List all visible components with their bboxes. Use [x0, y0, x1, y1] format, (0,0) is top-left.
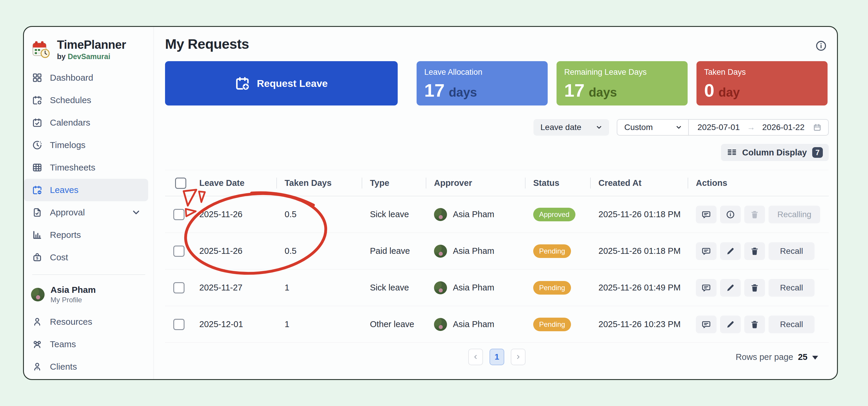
recall-button[interactable]: Recall	[769, 279, 814, 297]
trash-icon	[750, 246, 760, 256]
select-all-checkbox[interactable]	[175, 178, 186, 189]
row-checkbox[interactable]	[173, 319, 185, 330]
col-header-type[interactable]: Type	[362, 170, 426, 196]
stat-label: Leave Allocation	[424, 68, 540, 77]
sidebar: TimePlanner by DevSamurai Dashboard	[24, 27, 154, 379]
taken-days-cell: 0.5	[276, 209, 362, 219]
filter-field-select[interactable]: Leave date	[533, 119, 609, 136]
stat-card-leave-allocation: Leave Allocation 17 days	[416, 61, 548, 106]
approver-avatar	[434, 281, 447, 294]
taken-days-cell: 1	[276, 319, 362, 329]
filter-field-value: Leave date	[540, 123, 582, 132]
status-badge: Pending	[533, 244, 571, 258]
caret-down-icon	[812, 356, 818, 359]
edit-button[interactable]	[720, 242, 741, 260]
column-display-button[interactable]: Column Display 7	[721, 144, 829, 161]
chevron-down-icon	[675, 124, 682, 131]
sidebar-item-timelogs[interactable]: Timelogs	[24, 134, 148, 156]
sidebar-item-schedules[interactable]: Schedules	[24, 89, 148, 111]
column-count-badge: 7	[812, 147, 823, 158]
sidebar-item-teams[interactable]: Teams	[24, 333, 148, 355]
col-header-approver[interactable]: Approver	[426, 170, 525, 196]
col-header-taken-days[interactable]: Taken Days	[276, 170, 362, 196]
stat-value: 17	[564, 80, 585, 101]
pencil-icon	[726, 320, 735, 329]
sidebar-item-label: Approval	[50, 207, 85, 218]
sidebar-item-reports[interactable]: Reports	[24, 224, 148, 246]
sidebar-secondary-menu: Resources Teams Clients	[24, 311, 154, 378]
range-mode-value: Custom	[624, 123, 653, 132]
sidebar-item-timesheets[interactable]: Timesheets	[24, 156, 148, 179]
profile-card[interactable]: Asia Pham My Profile	[24, 275, 154, 307]
comment-icon	[702, 283, 711, 293]
date-range-input[interactable]: 2025-07-01 → 2026-01-22	[689, 120, 828, 135]
col-header-status[interactable]: Status	[525, 170, 590, 196]
status-badge: Pending	[533, 318, 571, 331]
date-to-value: 2026-01-22	[762, 123, 805, 132]
sidebar-item-resources[interactable]: Resources	[24, 311, 148, 333]
sidebar-item-clients[interactable]: Clients	[24, 355, 148, 378]
approver-avatar	[434, 318, 447, 331]
comment-button[interactable]	[696, 206, 717, 223]
comment-icon	[702, 210, 711, 219]
sidebar-item-leaves[interactable]: Leaves	[24, 179, 148, 201]
comment-icon	[702, 320, 711, 329]
dashboard-icon	[32, 73, 42, 83]
date-range-group: Custom 2025-07-01 → 2026-01-22	[617, 119, 829, 136]
details-button[interactable]	[720, 206, 741, 223]
taken-days-cell: 1	[276, 283, 362, 293]
sidebar-item-cost[interactable]: $ Cost	[24, 246, 148, 269]
clock-icon	[32, 140, 42, 150]
table-row: 2025-12-01 1 Other leave Asia Pham Pendi…	[165, 306, 829, 343]
stat-unit: days	[449, 85, 477, 99]
main-content: My Requests Request Leave	[154, 27, 837, 379]
info-icon[interactable]	[815, 40, 827, 53]
row-checkbox[interactable]	[173, 245, 185, 257]
next-page-button[interactable]	[511, 349, 526, 365]
edit-button[interactable]	[720, 316, 741, 333]
leave-date-cell: 2025-11-26	[191, 209, 276, 219]
col-header-created-at[interactable]: Created At	[590, 170, 688, 196]
pagination-row: 1 Rows per page 25	[165, 343, 829, 371]
recall-button[interactable]: Recall	[769, 242, 814, 260]
page-1-button[interactable]: 1	[490, 349, 504, 365]
range-mode-select[interactable]: Custom	[617, 120, 688, 135]
comment-icon	[702, 246, 711, 256]
rows-per-page-value: 25	[798, 352, 807, 362]
comment-button[interactable]	[696, 316, 717, 333]
sidebar-item-dashboard[interactable]: Dashboard	[24, 66, 148, 89]
delete-button[interactable]	[744, 279, 765, 297]
byline-prefix: by	[57, 52, 66, 61]
comment-button[interactable]	[696, 242, 717, 260]
bar-chart-icon	[32, 230, 42, 240]
sidebar-menu: Dashboard Schedules Calendars	[24, 66, 154, 269]
approver-name: Asia Pham	[453, 209, 494, 219]
rows-per-page-control[interactable]: Rows per page 25	[736, 352, 829, 362]
stat-card-taken-days: Taken Days 0 day	[696, 61, 828, 106]
chevron-down-icon[interactable]	[131, 207, 141, 218]
approver-avatar	[434, 208, 447, 221]
request-leave-button[interactable]: Request Leave	[165, 61, 398, 106]
prev-page-button[interactable]	[468, 349, 483, 365]
sidebar-item-label: Resources	[50, 317, 92, 327]
table-header-row: Leave Date Taken Days Type Approver Stat…	[165, 170, 829, 196]
delete-button[interactable]	[744, 242, 765, 260]
recall-button[interactable]: Recall	[769, 316, 814, 333]
delete-button[interactable]	[744, 316, 765, 333]
table-grid-icon	[32, 163, 42, 173]
comment-button[interactable]	[696, 279, 717, 297]
page-header: My Requests	[165, 36, 829, 58]
sidebar-item-approval[interactable]: Approval	[24, 201, 148, 224]
user-icon	[32, 317, 42, 327]
sidebar-item-label: Leaves	[50, 185, 79, 195]
col-header-leave-date[interactable]: Leave Date	[191, 170, 276, 196]
app-title: TimePlanner	[57, 38, 126, 51]
client-icon	[32, 362, 42, 372]
sidebar-item-calendars[interactable]: Calendars	[24, 111, 148, 134]
calendar-check-icon	[32, 118, 42, 128]
pencil-icon	[726, 246, 735, 256]
row-checkbox[interactable]	[173, 209, 185, 220]
edit-button[interactable]	[720, 279, 741, 297]
created-at-cell: 2025-11-26 01:18 PM	[590, 246, 688, 256]
row-checkbox[interactable]	[173, 282, 185, 293]
